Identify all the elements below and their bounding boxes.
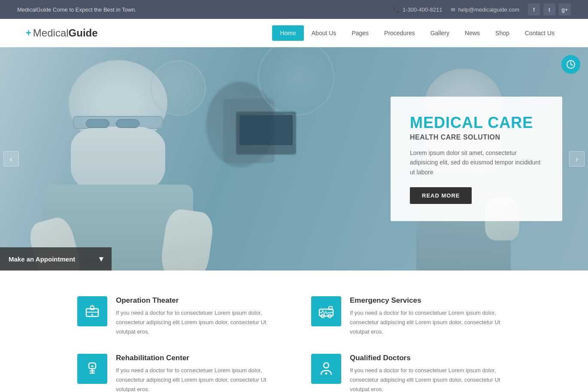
hero-content-box: MEDICAL CARE HEALTH CARE SOLUTION Lorem … [391,97,562,221]
operation-theater-icon [77,296,107,326]
rehabilitation-desc: If you need a doctor for to consectetuer… [116,366,277,392]
logo-text: MedicalGuide [33,27,98,39]
operation-theater-desc: If you need a doctor for to consectetuer… [116,308,277,337]
hero-title: MEDICAL CARE [410,114,543,132]
main-nav: Home About Us Pages Procedures Gallery N… [272,25,562,41]
email-icon: ✉ [451,6,455,13]
nav-news[interactable]: News [457,25,488,41]
svg-point-18 [324,363,329,368]
svg-line-2 [571,64,573,65]
facebook-icon[interactable]: f [528,3,540,15]
social-icons: f t g+ [528,3,571,15]
nav-shop[interactable]: Shop [488,25,517,41]
emergency-title: Emergency Services [350,296,511,305]
operation-theater-content: Operation Theater If you need a doctor f… [116,296,277,337]
nav-pages[interactable]: Pages [344,25,376,41]
nav-procedures[interactable]: Procedures [376,25,423,41]
svg-point-5 [91,314,93,316]
doctors-title: Qualified Doctors [350,354,511,362]
twitter-icon[interactable]: t [543,3,555,15]
phone-contact: 📞 1-300-400-8211 [393,6,443,13]
slider-next-button[interactable]: › [569,151,585,167]
service-operation-theater: Operation Theater If you need a doctor f… [77,296,277,337]
rehabilitation-content: Rehabilitation Center If you need a doct… [116,354,277,392]
top-bar-right: 📞 1-300-400-8211 ✉ help@medicalguide.com… [393,3,571,15]
emergency-icon [311,296,341,326]
phone-icon: 📞 [393,6,400,13]
rehabilitation-icon [77,354,107,384]
hero-subtitle: HEALTH CARE SOLUTION [410,134,543,141]
appointment-label: Make an Appointment [9,255,75,263]
top-bar-tagline: MedicalGuide Come to Expect the Best in … [17,6,136,13]
service-doctors: Qualified Doctors If you need a doctor f… [311,354,511,392]
hero-cta-button[interactable]: READ MORE [410,187,472,204]
slider-prev-button[interactable]: ‹ [3,151,19,167]
service-rehabilitation: Rehabilitation Center If you need a doct… [77,354,277,392]
phone-number: 1-300-400-8211 [403,6,443,13]
nav-gallery[interactable]: Gallery [423,25,457,41]
logo[interactable]: + MedicalGuide [26,27,98,39]
hero-slider: ‹ › MEDICAL CARE HEALTH CARE SOLUTION Lo… [0,47,588,270]
service-emergency: Emergency Services If you need a doctor … [311,296,511,337]
services-section: Operation Theater If you need a doctor f… [0,270,588,392]
operation-theater-title: Operation Theater [116,296,277,305]
doctors-content: Qualified Doctors If you need a doctor f… [350,354,511,392]
doctors-icon [311,354,341,384]
top-bar: MedicalGuide Come to Expect the Best in … [0,0,588,19]
emergency-desc: If you need a doctor for to consectetuer… [350,308,511,337]
rehabilitation-title: Rehabilitation Center [116,354,277,362]
emergency-content: Emergency Services If you need a doctor … [350,296,511,337]
header: + MedicalGuide Home About Us Pages Proce… [0,19,588,47]
email-address: help@medicalguide.com [458,6,519,13]
email-contact: ✉ help@medicalguide.com [451,6,519,13]
doctors-desc: If you need a doctor for to consectetuer… [350,366,511,392]
hero-description: Lorem ipsum dolor sit amet, consectetur … [410,148,543,177]
hero-clock-icon [561,55,580,74]
logo-plus-icon: + [26,27,31,39]
googleplus-icon[interactable]: g+ [559,3,571,15]
nav-about[interactable]: About Us [304,25,344,41]
nav-home[interactable]: Home [272,25,303,41]
appointment-chevron-icon: ▾ [99,254,103,264]
nav-contact[interactable]: Contact Us [517,25,562,41]
appointment-bar[interactable]: Make an Appointment ▾ [0,247,112,270]
